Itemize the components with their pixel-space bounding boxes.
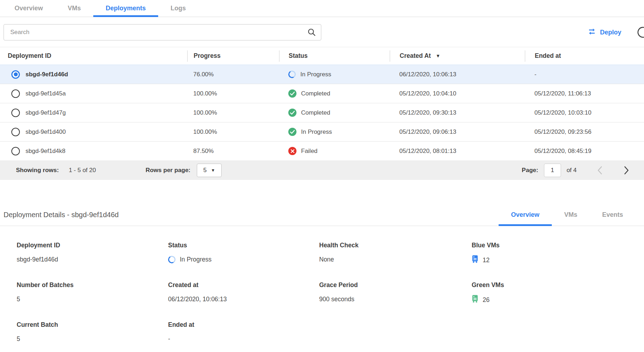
created-at-cell: 05/12/2020, 10:04:10 [390, 90, 525, 97]
tab-deployments[interactable]: Deployments [93, 0, 158, 17]
field-grace-period: Grace Period 900 seconds [319, 281, 472, 305]
tab-overview[interactable]: Overview [2, 0, 55, 17]
swap-arrows-icon [587, 28, 596, 37]
green-vms-count: 26 [483, 296, 489, 304]
details-tab-vms[interactable]: VMs [552, 204, 590, 226]
ended-at-cell: - [525, 71, 644, 78]
field-blue-vms: Blue VMs 12 [472, 242, 644, 265]
spinner-icon [167, 255, 177, 264]
status-label: In Progress [301, 128, 332, 136]
ended-at-cell: 05/12/2020, 11:06:13 [525, 90, 644, 97]
progress-cell: 100.00% [187, 128, 279, 136]
check-circle-icon [288, 109, 296, 117]
rows-per-page-select[interactable]: 5 ▼ [197, 164, 222, 177]
table-row[interactable]: sbgd-9ef1d45a 100.00% Completed 05/12/20… [0, 84, 644, 103]
deployment-id-cell: sbgd-9ef1d4k8 [26, 148, 65, 155]
column-header-deployment-id[interactable]: Deployment ID [0, 50, 187, 62]
field-ended-at: Ended at - [168, 321, 319, 343]
status-cell: Failed [279, 147, 390, 155]
ended-at-cell: 05/12/2020, 09:23:56 [525, 128, 644, 136]
field-current-batch: Current Batch 5 [17, 321, 168, 343]
showing-rows-value: 1 - 5 of 20 [69, 167, 96, 174]
refresh-icon[interactable] [637, 26, 644, 38]
x-circle-icon [288, 147, 296, 155]
created-at-cell: 05/12/2020, 09:06:13 [390, 128, 525, 136]
table-row[interactable]: sbgd-9ef1d4k8 87.50% Failed 05/12/2020, … [0, 141, 644, 160]
rows-per-page-label: Rows per page: [145, 167, 190, 174]
tab-vms[interactable]: VMs [55, 0, 93, 17]
progress-cell: 87.50% [187, 148, 279, 155]
status-label: In Progress [300, 71, 331, 78]
table-footer: Showing rows: 1 - 5 of 20 Rows per page:… [0, 160, 644, 180]
check-circle-icon [288, 89, 296, 98]
check-circle-icon [288, 128, 296, 136]
column-header-status[interactable]: Status [279, 50, 390, 62]
deployment-details-header: Deployment Details - sbgd-9ef1d46d Overv… [0, 204, 644, 226]
page-number-input[interactable] [544, 164, 561, 177]
details-tab-events[interactable]: Events [590, 204, 635, 226]
row-radio[interactable] [11, 128, 20, 136]
spinner-icon [288, 70, 297, 79]
previous-page-button[interactable] [597, 166, 603, 175]
deployment-details-title: Deployment Details - sbgd-9ef1d46d [0, 204, 119, 226]
blue-vms-count: 12 [483, 257, 489, 264]
row-radio-selected[interactable] [11, 70, 20, 79]
row-radio[interactable] [11, 89, 20, 98]
main-tab-bar: Overview VMs Deployments Logs [0, 0, 644, 17]
search-icon [307, 28, 316, 38]
status-cell: Completed [279, 109, 390, 117]
table-row[interactable]: sbgd-9ef1d400 100.00% In Progress 05/12/… [0, 122, 644, 141]
field-number-of-batches: Number of Batches 5 [17, 281, 168, 305]
page-label: Page: [522, 167, 538, 174]
deployments-table: Deployment ID Progress Status Created At… [0, 47, 644, 180]
created-at-cell: 06/12/2020, 10:06:13 [390, 71, 525, 78]
field-created-at: Created at 06/12/2020, 10:06:13 [168, 281, 319, 305]
field-deployment-id: Deployment ID sbgd-9ef1d46d [17, 242, 168, 265]
deploy-button-label: Deploy [600, 29, 621, 36]
field-green-vms: Green VMs 26 [472, 281, 644, 305]
deployment-id-cell: sbgd-9ef1d45a [26, 90, 66, 97]
table-header-row: Deployment ID Progress Status Created At… [0, 47, 644, 65]
row-radio[interactable] [11, 109, 20, 117]
sort-desc-icon[interactable]: ▼ [436, 53, 440, 59]
details-tab-bar: Overview VMs Events [499, 204, 635, 226]
status-label: Failed [301, 148, 317, 155]
showing-rows-label: Showing rows: [16, 167, 59, 174]
vm-icon-blue [472, 255, 478, 265]
field-health-check: Health Check None [319, 242, 472, 265]
row-radio[interactable] [11, 147, 20, 155]
column-header-ended-at[interactable]: Ended at [525, 50, 644, 62]
deploy-button[interactable]: Deploy [587, 28, 621, 37]
table-row[interactable]: sbgd-9ef1d47g 100.00% Completed 05/12/20… [0, 103, 644, 122]
field-status: Status In Progress [168, 242, 319, 265]
ended-at-cell: 05/12/2020, 08:45:19 [525, 148, 644, 155]
rows-per-page-value: 5 [203, 167, 206, 174]
progress-cell: 76.00% [187, 71, 279, 78]
status-label: Completed [301, 109, 330, 116]
search-input[interactable] [4, 24, 321, 40]
progress-cell: 100.00% [187, 109, 279, 116]
details-tab-overview[interactable]: Overview [499, 204, 552, 226]
deployment-details-grid: Deployment ID sbgd-9ef1d46d Status In Pr… [0, 226, 644, 343]
created-at-cell: 05/12/2020, 08:01:13 [390, 148, 525, 155]
deployment-id-cell: sbgd-9ef1d46d [26, 71, 68, 78]
toolbar: Deploy [0, 17, 644, 47]
dropdown-arrow-icon: ▼ [211, 168, 215, 173]
deployment-id-cell: sbgd-9ef1d47g [26, 109, 66, 116]
table-row[interactable]: sbgd-9ef1d46d 76.00% In Progress 06/12/2… [0, 65, 644, 84]
ended-at-cell: 05/12/2020, 10:03:10 [525, 109, 644, 116]
page-total: of 4 [567, 167, 577, 174]
deployment-id-cell: sbgd-9ef1d400 [26, 128, 66, 136]
column-header-created-at[interactable]: Created At ▼ [390, 50, 525, 62]
status-cell: In Progress [279, 71, 390, 78]
column-header-progress[interactable]: Progress [187, 50, 279, 62]
status-value: In Progress [180, 256, 211, 263]
tab-logs[interactable]: Logs [158, 0, 198, 17]
vm-icon-green [472, 295, 478, 305]
progress-cell: 100.00% [187, 90, 279, 97]
status-label: Completed [301, 90, 330, 97]
search-box [4, 24, 321, 40]
created-at-cell: 05/12/2020, 09:30:13 [390, 109, 525, 116]
next-page-button[interactable] [624, 166, 629, 175]
status-cell: Completed [279, 89, 390, 98]
